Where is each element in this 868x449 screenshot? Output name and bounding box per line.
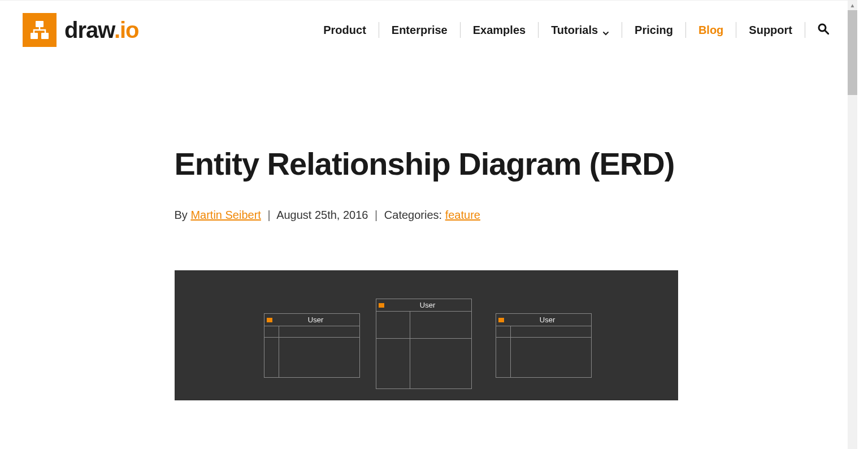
vertical-scrollbar[interactable]: ▲ — [848, 1, 857, 449]
chevron-down-icon — [602, 27, 609, 33]
nav-item-blog[interactable]: Blog — [686, 21, 736, 39]
author-link[interactable]: Martin Seibert — [190, 209, 261, 221]
nav-item-enterprise[interactable]: Enterprise — [379, 21, 460, 39]
search-button[interactable] — [805, 21, 835, 39]
erd-cell — [496, 338, 511, 377]
erd-table: User — [264, 313, 360, 378]
erd-cell — [279, 326, 359, 337]
nav-item-label: Pricing — [635, 24, 673, 37]
logo-icon — [23, 13, 57, 47]
nav-item-label: Blog — [698, 24, 723, 37]
erd-cell — [264, 338, 279, 377]
erd-cell — [511, 338, 591, 377]
nav-item-tutorials[interactable]: Tutorials — [539, 21, 622, 39]
erd-table-title: User — [272, 316, 359, 324]
categories-label: Categories: — [384, 209, 445, 221]
erd-tag-icon — [267, 318, 272, 322]
erd-cell — [410, 312, 471, 338]
erd-tag-icon — [498, 318, 504, 322]
site-logo[interactable]: draw.io — [23, 13, 139, 47]
erd-row — [264, 326, 359, 338]
erd-tag-icon — [379, 303, 384, 308]
erd-cell — [264, 326, 279, 337]
primary-nav: ProductEnterpriseExamplesTutorialsPricin… — [311, 21, 835, 39]
nav-item-label: Tutorials — [551, 24, 598, 37]
page-title: Entity Relationship Diagram (ERD) — [175, 144, 683, 184]
nav-item-examples[interactable]: Examples — [461, 21, 538, 39]
byline-prefix: By — [175, 209, 191, 221]
article-body: Entity Relationship Diagram (ERD) By Mar… — [175, 59, 683, 400]
erd-cell — [279, 338, 359, 377]
erd-cell — [496, 326, 511, 337]
meta-separator: | — [371, 209, 381, 221]
erd-cell — [376, 312, 410, 338]
brand-name: draw — [64, 18, 114, 42]
nav-item-product[interactable]: Product — [311, 21, 379, 39]
svg-rect-2 — [41, 33, 49, 39]
nav-item-pricing[interactable]: Pricing — [622, 21, 685, 39]
meta-separator: | — [264, 209, 274, 221]
erd-row — [496, 338, 591, 377]
svg-rect-0 — [36, 21, 44, 27]
brand-suffix: .io — [114, 18, 139, 42]
erd-row — [264, 338, 359, 377]
svg-rect-1 — [31, 33, 38, 39]
erd-table-title: User — [504, 316, 591, 324]
erd-table-header: User — [264, 314, 359, 326]
svg-line-4 — [825, 31, 828, 34]
erd-table-header: User — [376, 299, 471, 312]
hero-diagram: UserUserUser — [175, 270, 678, 400]
article-meta: By Martin Seibert | August 25th, 2016 | … — [175, 209, 683, 222]
erd-table: User — [376, 299, 472, 389]
erd-table: User — [496, 313, 592, 378]
erd-cell — [511, 326, 591, 337]
erd-table-title: User — [384, 301, 471, 309]
nav-item-label: Support — [749, 24, 792, 37]
scroll-up-arrow[interactable]: ▲ — [848, 1, 857, 10]
erd-row — [496, 326, 591, 338]
nav-item-label: Examples — [473, 24, 526, 37]
erd-row — [376, 312, 471, 339]
erd-table-header: User — [496, 314, 591, 326]
logo-text: draw.io — [64, 18, 139, 43]
nav-item-label: Enterprise — [392, 24, 448, 37]
search-icon — [818, 23, 829, 34]
erd-cell — [410, 339, 471, 388]
nav-item-label: Product — [323, 24, 366, 37]
nav-item-support[interactable]: Support — [736, 21, 805, 39]
site-header: draw.io ProductEnterpriseExamplesTutoria… — [0, 1, 857, 59]
erd-row — [376, 339, 471, 388]
scrollbar-thumb[interactable] — [848, 10, 857, 95]
category-link[interactable]: feature — [445, 209, 480, 221]
erd-cell — [376, 339, 410, 388]
publish-date: August 25th, 2016 — [276, 209, 368, 221]
